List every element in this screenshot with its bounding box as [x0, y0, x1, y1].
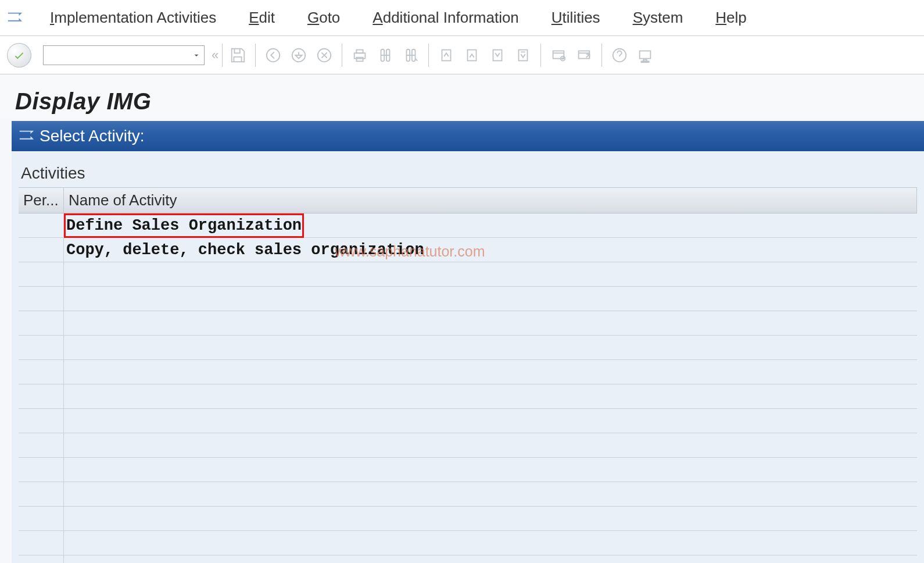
toolbar-separator	[255, 44, 256, 67]
activity-row-empty[interactable]	[19, 311, 917, 336]
activity-row-empty[interactable]	[19, 507, 917, 531]
activity-row-empty[interactable]	[19, 458, 917, 482]
menu-implementation-activities[interactable]: Implementation Activities	[34, 6, 232, 29]
menu-system[interactable]: System	[617, 6, 700, 29]
prev-page-icon[interactable]	[460, 44, 484, 67]
activity-row-empty[interactable]	[19, 482, 917, 507]
row-performed-cell	[19, 360, 64, 384]
row-performed-cell	[19, 238, 64, 262]
help-icon[interactable]	[608, 44, 631, 67]
command-field[interactable]	[44, 46, 204, 65]
create-shortcut-icon[interactable]	[572, 44, 596, 67]
activity-row-empty[interactable]	[19, 433, 917, 458]
svg-rect-11	[468, 49, 477, 60]
svg-rect-20	[642, 61, 649, 62]
last-page-icon[interactable]	[511, 44, 535, 67]
row-performed-cell	[19, 433, 64, 457]
find-icon[interactable]	[374, 44, 397, 67]
back-icon[interactable]	[262, 44, 285, 67]
grid-header: Per... Name of Activity	[19, 188, 917, 213]
toolbar-separator	[342, 44, 342, 67]
enter-button[interactable]	[7, 43, 31, 67]
activity-row-empty[interactable]	[19, 336, 917, 360]
col-header-performed[interactable]: Per...	[19, 188, 64, 213]
row-name-cell: Define Sales Organization	[64, 217, 917, 234]
page-title: Display IMG	[15, 88, 924, 115]
row-performed-cell	[19, 336, 64, 359]
toolbar-separator	[428, 44, 429, 67]
activity-row-empty[interactable]	[19, 360, 917, 384]
menu-additional-information[interactable]: Additional Information	[356, 6, 535, 29]
menu-utilities[interactable]: Utilities	[535, 6, 617, 29]
activity-row-empty[interactable]	[19, 262, 917, 287]
title-area: Display IMG	[0, 74, 924, 118]
svg-rect-14	[553, 51, 564, 58]
dialog-body: Activities Per... Name of Activity Defin…	[12, 151, 924, 563]
activity-row-empty[interactable]	[19, 384, 917, 409]
svg-rect-12	[493, 49, 502, 60]
dialog-session-icon	[17, 127, 35, 145]
row-performed-cell	[19, 458, 64, 482]
command-dropdown-icon[interactable]	[189, 46, 204, 65]
section-title: Activities	[21, 164, 917, 183]
next-page-icon[interactable]	[486, 44, 509, 67]
svg-rect-10	[442, 49, 451, 60]
history-back-chevron: «	[212, 48, 215, 63]
command-field-wrap	[43, 45, 205, 65]
activity-row-empty[interactable]	[19, 555, 917, 563]
toolbar-separator	[601, 44, 602, 67]
activity-row[interactable]: Copy, delete, check sales organization	[19, 238, 917, 262]
menu-help[interactable]: Help	[699, 6, 762, 29]
toolbar-separator	[222, 44, 223, 67]
row-performed-cell	[19, 531, 64, 555]
print-icon[interactable]	[348, 44, 371, 67]
row-performed-cell	[19, 262, 64, 286]
layout-icon[interactable]	[633, 44, 657, 67]
find-next-icon[interactable]	[399, 44, 422, 67]
row-performed-cell	[19, 213, 64, 237]
toolbar: «	[0, 36, 924, 74]
toolbar-separator	[540, 44, 541, 67]
row-performed-cell	[19, 384, 64, 408]
activity-row-empty[interactable]	[19, 531, 917, 555]
toolbar-icon-group	[226, 44, 657, 67]
menu-goto[interactable]: Goto	[291, 6, 356, 29]
row-performed-cell	[19, 311, 64, 335]
activity-row-empty[interactable]	[19, 287, 917, 311]
menu-bar: Implementation ActivitiesEditGotoAdditio…	[0, 0, 924, 36]
session-icon[interactable]	[6, 9, 23, 27]
save-icon[interactable]	[226, 44, 249, 67]
activities-grid: Per... Name of Activity Define Sales Org…	[19, 187, 917, 563]
cancel-icon[interactable]	[313, 44, 336, 67]
create-session-icon[interactable]	[547, 44, 570, 67]
activity-row-empty[interactable]	[19, 409, 917, 433]
row-performed-cell	[19, 507, 64, 530]
row-performed-cell	[19, 287, 64, 311]
row-performed-cell	[19, 555, 64, 563]
svg-rect-18	[640, 51, 651, 58]
svg-rect-4	[357, 49, 363, 53]
exit-icon[interactable]	[287, 44, 310, 67]
row-name-cell: Copy, delete, check sales organization	[64, 241, 917, 259]
dialog-title: Select Activity:	[40, 127, 145, 145]
svg-point-0	[267, 48, 280, 62]
col-header-name[interactable]: Name of Activity	[64, 188, 917, 213]
row-performed-cell	[19, 482, 64, 506]
row-performed-cell	[19, 409, 64, 433]
first-page-icon[interactable]	[435, 44, 458, 67]
activity-row[interactable]: Define Sales Organization	[19, 213, 917, 238]
menu-edit[interactable]: Edit	[232, 6, 291, 29]
dialog-header: Select Activity:	[12, 121, 924, 151]
select-activity-dialog: Select Activity: Activities Per... Name …	[12, 121, 924, 563]
